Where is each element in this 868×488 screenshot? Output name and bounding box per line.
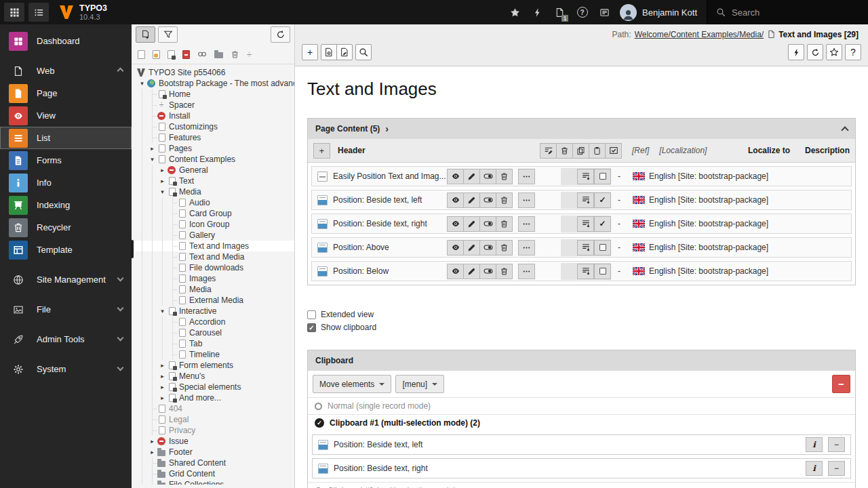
clipboard-select-checkbox[interactable] xyxy=(594,240,611,256)
module-info[interactable]: Info xyxy=(0,171,132,194)
menu-dropdown[interactable]: [menu] xyxy=(395,375,444,393)
tree-node[interactable]: External Media xyxy=(132,295,294,306)
module-recycler[interactable]: Recycler xyxy=(0,216,132,239)
record-title[interactable]: Position: Beside text, left xyxy=(333,195,447,205)
copy-marked-button[interactable] xyxy=(572,143,589,159)
tree-node[interactable]: Tab xyxy=(132,338,294,349)
extended-view-option[interactable]: Extended view xyxy=(307,310,856,319)
delete-marked-button[interactable] xyxy=(556,143,573,159)
move-elements-dropdown[interactable]: Move elements xyxy=(313,375,391,393)
tree-node[interactable]: Timeline xyxy=(132,349,294,360)
tree-node[interactable]: Images xyxy=(132,273,294,284)
tree-node[interactable]: Customizings xyxy=(132,121,294,132)
entry-remove-button[interactable]: − xyxy=(828,437,845,452)
more-actions-button[interactable] xyxy=(518,216,535,232)
drag-link-icon[interactable] xyxy=(197,49,207,59)
tree-node[interactable]: ▸And more... xyxy=(132,392,294,403)
tree-expander[interactable]: ▸ xyxy=(147,447,157,458)
filter-button[interactable] xyxy=(158,26,178,43)
section-site-management[interactable]: Site Management xyxy=(0,268,132,291)
tree-node[interactable]: ▾Interactive xyxy=(132,306,294,317)
section-system[interactable]: System xyxy=(0,358,132,380)
tree-node[interactable]: Card Group xyxy=(132,208,294,219)
clipboard-select-checkbox[interactable]: ✓ xyxy=(594,192,611,208)
tree-expander[interactable]: ▸ xyxy=(147,436,157,447)
tree-expander[interactable]: ▸ xyxy=(157,360,167,371)
tree-node[interactable]: ▸Menu's xyxy=(132,371,294,382)
tree-resize-handle[interactable] xyxy=(131,240,134,258)
clipboard-select-checkbox[interactable] xyxy=(594,264,611,279)
tree-node[interactable]: File Collections xyxy=(132,479,294,485)
module-page[interactable]: Page xyxy=(0,82,132,104)
clipboard-mode-normal[interactable]: Normal (single record mode) xyxy=(308,397,855,414)
collapse-panel-icon[interactable] xyxy=(841,126,848,134)
tree-node[interactable]: 404 xyxy=(132,403,294,414)
tree-node[interactable]: ▾Media xyxy=(132,186,294,197)
record-title[interactable]: Position: Below xyxy=(333,266,447,276)
new-record-button[interactable]: + xyxy=(302,44,318,60)
panel-header[interactable]: Page Content (5) › xyxy=(308,119,855,139)
drag-shortcut-page-icon[interactable] xyxy=(167,50,175,59)
clear-cache-button[interactable] xyxy=(526,0,549,24)
record-title[interactable]: Position: Above xyxy=(333,243,447,252)
module-menu-toggle-button[interactable] xyxy=(4,3,24,22)
tree-node[interactable]: ▸Issue xyxy=(132,436,294,447)
module-forms[interactable]: Forms xyxy=(0,149,132,171)
section-admin-tools[interactable]: Admin Tools xyxy=(0,328,132,350)
tree-node[interactable]: TYPO3 Site p554066 xyxy=(132,67,294,78)
tree-node[interactable]: Privacy xyxy=(132,425,294,436)
tree-node[interactable]: ▾Bootstrap Package - The most advanced xyxy=(132,78,294,89)
tree-node[interactable]: Accordion xyxy=(132,317,294,327)
clipboard-select-checkbox[interactable]: ✓ xyxy=(594,216,611,232)
opened-documents-button[interactable]: 1 xyxy=(549,0,571,24)
view-webpage-button[interactable] xyxy=(321,44,337,60)
clipboard-mode-1[interactable]: ✓ Clipboard #1 (multi-selection mode) (2… xyxy=(308,414,855,431)
drag-divider-icon[interactable]: ÷ xyxy=(247,50,252,59)
tree-node[interactable]: ▾Content Examples xyxy=(132,154,294,165)
mark-all-button[interactable] xyxy=(605,143,622,159)
move-record-button[interactable] xyxy=(577,192,594,208)
tree-expander[interactable]: ▾ xyxy=(147,154,157,165)
section-web[interactable]: Web xyxy=(0,60,132,82)
new-page-button[interactable] xyxy=(136,26,155,43)
clear-cache-page-button[interactable] xyxy=(788,44,804,60)
delete-record-button[interactable] xyxy=(496,264,513,279)
radio-icon[interactable] xyxy=(315,403,322,410)
tree-expander[interactable]: ▸ xyxy=(157,382,167,392)
move-record-button[interactable] xyxy=(577,169,594,184)
path-link[interactable]: Welcome/Content Examples/Media/ xyxy=(635,30,764,39)
delete-record-button[interactable] xyxy=(496,240,513,256)
show-clipboard-checkbox[interactable]: ✓ xyxy=(307,323,316,332)
edit-record-button[interactable] xyxy=(463,192,480,208)
delete-record-button[interactable] xyxy=(496,216,513,232)
extended-view-checkbox[interactable] xyxy=(307,310,316,319)
tree-expander[interactable]: ▾ xyxy=(157,186,167,197)
tree-node[interactable]: Spacer xyxy=(132,100,294,110)
entry-info-button[interactable]: i xyxy=(806,437,823,452)
module-list[interactable]: List xyxy=(0,127,132,149)
tree-node[interactable]: Media xyxy=(132,284,294,295)
tree-node[interactable]: ▸Pages xyxy=(132,143,294,154)
tree-node[interactable]: Shared Content xyxy=(132,458,294,468)
clipboard-mode-2[interactable]: Clipboard #2 (multi-selection mode) xyxy=(308,482,855,488)
clipboard-select-checkbox[interactable] xyxy=(594,169,611,184)
tree-node[interactable]: Features xyxy=(132,132,294,143)
module-template[interactable]: Template xyxy=(0,239,132,261)
tree-node[interactable]: Legal xyxy=(132,414,294,425)
more-actions-button[interactable] xyxy=(518,240,535,256)
show-clipboard-option[interactable]: ✓ Show clipboard xyxy=(307,323,856,332)
tree-node[interactable]: Gallery xyxy=(132,230,294,241)
entry-remove-button[interactable]: − xyxy=(828,461,845,476)
tree-expander[interactable]: ▸ xyxy=(157,176,167,186)
record-title[interactable]: Easily Position Text and Imag... xyxy=(333,171,447,181)
drag-userpage-icon[interactable] xyxy=(153,50,160,59)
tree-node[interactable]: Grid Content xyxy=(132,468,294,479)
hide-record-button[interactable] xyxy=(479,192,496,208)
tree-expander[interactable]: ▸ xyxy=(157,165,167,176)
search-input[interactable] xyxy=(732,7,859,18)
tree-expander[interactable]: ▸ xyxy=(157,392,167,403)
view-record-button[interactable] xyxy=(447,216,464,232)
user-menu[interactable]: Benjamin Kott xyxy=(616,0,707,24)
tree-node[interactable]: ▸General xyxy=(132,165,294,176)
global-search[interactable] xyxy=(707,0,868,24)
